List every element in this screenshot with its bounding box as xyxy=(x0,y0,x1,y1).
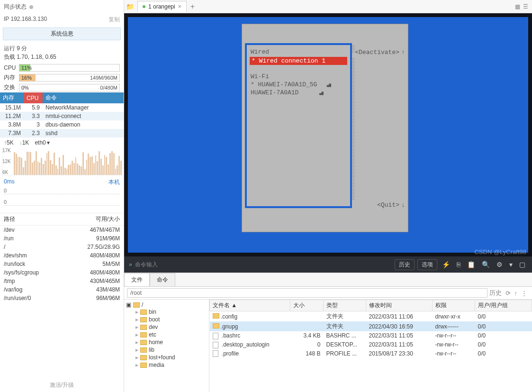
net-up: ↑5K xyxy=(4,139,14,146)
gear-icon[interactable]: ⚙ xyxy=(495,261,505,268)
disk-row[interactable]: /sys/fs/cgroup480M/480M xyxy=(0,268,124,277)
search-icon[interactable]: 🔍 xyxy=(480,261,492,268)
sync-title: 同步状态 xyxy=(4,3,27,11)
deactivate-button[interactable]: <Deactivate> xyxy=(355,49,399,56)
terminal-area[interactable]: ↑ <Deactivate> ↓ <Quit> Wired * Wired co… xyxy=(124,13,532,273)
close-tab-icon[interactable]: × xyxy=(178,3,181,10)
th-mem[interactable]: 内存 xyxy=(0,92,24,103)
nmtui-window: ↑ <Deactivate> ↓ <Quit> Wired * Wired co… xyxy=(242,24,408,232)
sidebar: 同步状态 IP 192.168.3.130 复制 系统信息 运行 9 分 负载 … xyxy=(0,0,124,392)
disk-path-header[interactable]: 路径 xyxy=(4,215,15,223)
copy-button[interactable]: 复制 xyxy=(108,16,120,24)
sync-status: 同步状态 xyxy=(0,0,124,14)
th-cmd[interactable]: 命令 xyxy=(43,92,124,103)
tree-item[interactable]: ▸dev xyxy=(126,323,207,331)
uptime-text: 运行 9 分 xyxy=(4,44,120,53)
arrow-up-icon: ↑ xyxy=(401,49,405,56)
quit-button[interactable]: <Quit> xyxy=(377,201,399,209)
folder-icon[interactable]: 📁 xyxy=(124,3,135,10)
disk-row[interactable]: /run/user/096M/96M xyxy=(0,294,124,302)
folder-icon xyxy=(133,302,140,308)
file-tree[interactable]: ▣/ ▸bin▸boot▸dev▸etc▸home▸lib▸lost+found… xyxy=(124,300,209,392)
latency-value: 0ms xyxy=(4,178,15,186)
lightning-icon[interactable]: ⚡ xyxy=(440,261,452,268)
clipboard-icon[interactable]: ⎘ xyxy=(455,261,462,268)
tree-item[interactable]: ▸media xyxy=(126,361,207,369)
fullscreen-icon[interactable]: ▢ xyxy=(517,261,527,268)
net-dn: ↓1K xyxy=(19,139,29,146)
ip-address: IP 192.168.3.130 xyxy=(4,16,47,24)
swap-label: 交换 xyxy=(4,83,17,91)
tab-file[interactable]: 文件 xyxy=(124,273,150,286)
th-size[interactable]: 大小 xyxy=(290,300,324,311)
th-owner[interactable]: 用户/用户组 xyxy=(475,300,532,311)
arrow-down-icon: ↓ xyxy=(401,201,405,209)
tree-item[interactable]: ▸boot xyxy=(126,316,207,323)
host-select[interactable]: 本机 xyxy=(108,178,120,186)
tree-item[interactable]: ▸etc xyxy=(126,331,207,338)
tab-label: 1 orangepi xyxy=(148,3,175,10)
up-icon[interactable]: ↑ xyxy=(513,290,520,297)
th-type[interactable]: 类型 xyxy=(324,300,366,311)
tree-item[interactable]: ▸lib xyxy=(126,346,207,354)
signal-icon xyxy=(317,91,324,95)
history-button[interactable]: 历史 xyxy=(395,259,415,270)
wifi-item[interactable]: HUAWEI-7A0A1D xyxy=(250,89,347,97)
disk-row[interactable]: /dev/shm480M/480M xyxy=(0,251,124,260)
add-tab-button[interactable]: + xyxy=(187,2,198,11)
file-row[interactable]: .profile148 BPROFILE ...2015/08/17 23:30… xyxy=(210,349,532,358)
paste-icon[interactable]: 📋 xyxy=(465,261,477,268)
status-dot-icon xyxy=(29,5,33,9)
th-perm[interactable]: 权限 xyxy=(433,300,475,311)
path-history-button[interactable]: 历史 xyxy=(487,289,504,297)
process-row[interactable]: 11.2M3.3nmtui-connect xyxy=(0,112,124,120)
disk-row[interactable]: /run91M/96M xyxy=(0,234,124,243)
tree-item[interactable]: ▸bin xyxy=(126,308,207,316)
process-row[interactable]: 3.8M3dbus-daemon xyxy=(0,120,124,129)
wired-connection-1[interactable]: * Wired connection 1 xyxy=(250,57,347,65)
grid-view-icon[interactable]: ▦ xyxy=(515,3,520,10)
disk-row[interactable]: /run/lock5M/5M xyxy=(0,260,124,268)
cpu-bar: 11% xyxy=(19,64,120,72)
wifi-section: Wi-Fi xyxy=(250,73,347,81)
chevron-down-icon[interactable]: ▾ xyxy=(507,261,514,268)
list-view-icon[interactable]: ☰ xyxy=(523,3,528,10)
tree-item[interactable]: ▸home xyxy=(126,338,207,346)
tab-command[interactable]: 命令 xyxy=(150,273,175,286)
terminal-prompt-icon: » xyxy=(129,261,132,268)
mem-label: 内存 xyxy=(4,73,17,82)
disk-row[interactable]: /dev467M/467M xyxy=(0,226,124,234)
th-cpu[interactable]: CPU xyxy=(24,92,43,103)
process-table: 内存 CPU 命令 15.1M5.9NetworkManager11.2M3.3… xyxy=(0,92,124,137)
mem-bar: 16% 149M/960M xyxy=(19,74,120,82)
options-button[interactable]: 选项 xyxy=(417,259,437,270)
wifi-item[interactable]: * HUAWEI-7A0A1D_5G xyxy=(250,81,347,89)
disk-list: /dev467M/467M/run91M/96M/27.5G/28.9G/dev… xyxy=(0,226,124,302)
command-input[interactable]: 命令输入 xyxy=(135,261,392,269)
process-row[interactable]: 7.3M2.3sshd xyxy=(0,129,124,137)
disk-row[interactable]: /27.5G/28.9G xyxy=(0,243,124,251)
session-tab[interactable]: 1 orangepi × xyxy=(137,1,187,12)
disk-row[interactable]: /tmp430M/465M xyxy=(0,277,124,285)
file-row[interactable]: .bashrc3.4 KBBASHRC ...2022/03/31 11:05-… xyxy=(210,331,532,340)
iface-select[interactable]: eth0 ▾ xyxy=(35,139,49,146)
path-input[interactable] xyxy=(127,288,487,298)
th-mtime[interactable]: 修改时间 xyxy=(366,300,433,311)
tab-bar: 📁 1 orangepi × + ▦ ☰ xyxy=(124,0,532,13)
tree-item[interactable]: ▸lost+found xyxy=(126,354,207,361)
more-icon[interactable]: ⋮ xyxy=(519,290,529,297)
swap-bar: 0% 0/480M xyxy=(19,84,120,91)
tree-root[interactable]: ▣/ xyxy=(126,301,207,308)
activate-upgrade-link[interactable]: 激活/升级 xyxy=(0,378,124,392)
status-dot-icon xyxy=(143,5,145,8)
disk-row[interactable]: /var/log43M/48M xyxy=(0,285,124,294)
refresh-icon[interactable]: ⟳ xyxy=(504,290,513,297)
file-row[interactable]: .desktop_autologin0DESKTOP...2022/03/31 … xyxy=(210,340,532,349)
file-row[interactable]: .gnupg文件夹2022/04/30 16:59drwx------0/0 xyxy=(210,321,532,331)
th-filename[interactable]: 文件名 ▲ xyxy=(210,300,290,311)
process-row[interactable]: 15.1M5.9NetworkManager xyxy=(0,103,124,112)
file-row[interactable]: .config文件夹2022/03/31 11:06drwxr-xr-x0/0 xyxy=(210,311,532,322)
disk-avail-header[interactable]: 可用/大小 xyxy=(96,215,120,223)
system-info-button[interactable]: 系统信息 xyxy=(3,27,121,40)
signal-icon xyxy=(325,82,331,87)
